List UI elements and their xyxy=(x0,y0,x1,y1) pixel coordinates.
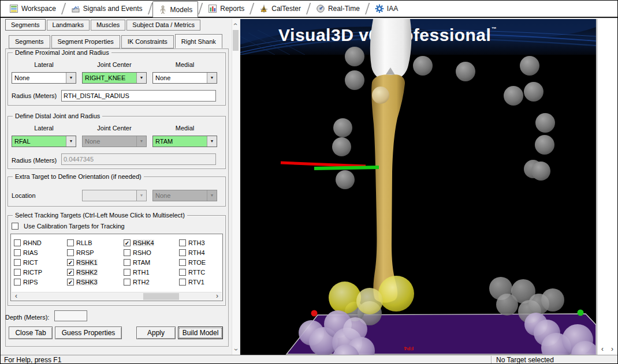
scrollbar-thumb[interactable] xyxy=(233,30,239,51)
proximal-medial-combo[interactable]: None ▼ xyxy=(152,72,217,84)
checkbox-icon[interactable] xyxy=(179,249,186,256)
target-checkbox-RSHK3[interactable]: ✓RSHK3 xyxy=(67,277,124,287)
build-model-button[interactable]: Build Model xyxy=(178,327,223,339)
target-checkbox-RTTC[interactable]: RTTC xyxy=(179,267,222,277)
chevron-down-icon[interactable]: ▼ xyxy=(136,73,146,83)
checkbox-icon[interactable] xyxy=(12,223,18,230)
checkbox-icon[interactable] xyxy=(124,259,131,266)
target-checkbox-RTH4[interactable]: RTH4 xyxy=(179,247,222,257)
checkbox-icon[interactable] xyxy=(179,269,186,276)
target-label: RRSP xyxy=(76,249,94,256)
target-checkbox-RTV1[interactable]: RTV1 xyxy=(179,277,222,287)
apply-button[interactable]: Apply xyxy=(136,327,176,339)
checkbox-icon[interactable] xyxy=(14,279,21,286)
depth-input[interactable] xyxy=(54,310,87,321)
checkbox-icon[interactable] xyxy=(14,239,21,246)
target-checkbox-RTH1[interactable]: RTH1 xyxy=(124,267,179,277)
checkbox-icon[interactable]: ✓ xyxy=(124,239,131,246)
bar-chart-icon xyxy=(208,4,217,13)
target-checkbox-RHND[interactable]: RHND xyxy=(14,238,67,247)
tab-landmarks[interactable]: Landmarks xyxy=(47,20,90,31)
toolbar-tab-realtime[interactable]: Real-Time xyxy=(311,2,365,16)
checkbox-icon[interactable] xyxy=(124,249,131,256)
scroll-right-icon[interactable]: › xyxy=(213,292,221,300)
toolbar-tab-label: Signals and Events xyxy=(83,5,143,13)
tab-ik-constraints[interactable]: IK Constraints xyxy=(121,35,174,48)
use-calibration-checkbox[interactable]: Use Calibration Targets for Tracking xyxy=(12,223,125,230)
scroll-right-icon[interactable]: › xyxy=(608,345,616,353)
target-checkbox-RSHK4[interactable]: ✓RSHK4 xyxy=(124,238,179,247)
checkbox-icon[interactable] xyxy=(179,279,186,286)
toolbar-tab-models[interactable]: Models xyxy=(152,1,199,17)
combo-value: RIGHT_KNEE xyxy=(85,74,125,81)
checkbox-icon[interactable] xyxy=(124,269,131,276)
checkbox-icon[interactable]: ✓ xyxy=(67,269,74,276)
group-legend: Define Proximal Joint and Radius xyxy=(13,49,111,56)
tab-segments-inner[interactable]: Segments xyxy=(9,35,50,48)
scroll-up-icon[interactable]: ‹ xyxy=(232,21,240,28)
tab-muscles[interactable]: Muscles xyxy=(91,20,125,31)
3d-viewport[interactable]: Visual3D v6 Professional™ FP4 xyxy=(240,19,596,355)
checkbox-icon[interactable] xyxy=(14,259,21,266)
tab-right-shank[interactable]: Right Shank xyxy=(175,34,222,48)
toolbar-tab-caltester[interactable]: CalTester xyxy=(254,2,306,16)
checkbox-icon[interactable] xyxy=(67,239,74,246)
checkbox-icon[interactable] xyxy=(67,249,74,256)
chevron-down-icon: ▼ xyxy=(207,190,217,201)
toolbar-tab-signals[interactable]: Signals and Events xyxy=(66,2,148,16)
model-builder-panel: Segments Landmarks Muscles Subject Data … xyxy=(1,19,240,355)
combo-value: None xyxy=(85,138,100,145)
target-checkbox-RICT[interactable]: RICT xyxy=(14,257,67,267)
chevron-down-icon[interactable]: ▼ xyxy=(66,73,76,83)
target-checkbox-RIPS[interactable]: RIPS xyxy=(14,277,67,287)
target-checkbox-RSHO[interactable]: RSHO xyxy=(124,247,179,257)
checkbox-icon[interactable]: ✓ xyxy=(67,259,74,266)
target-checkbox-RRSP[interactable]: RRSP xyxy=(67,247,124,257)
toolbar-separator xyxy=(250,3,254,14)
checkbox-icon[interactable] xyxy=(179,239,186,246)
target-checkbox-RSHK1[interactable]: ✓RSHK1 xyxy=(67,257,124,267)
target-checkbox-RLLB[interactable]: RLLB xyxy=(67,238,124,247)
checkbox-icon[interactable] xyxy=(14,269,21,276)
guess-properties-button[interactable]: Guess Properties xyxy=(55,327,122,339)
checkbox-icon[interactable] xyxy=(14,249,21,256)
scroll-down-icon[interactable]: ‹ xyxy=(232,346,240,353)
toolbar-tab-reports[interactable]: Reports xyxy=(203,2,250,16)
close-tab-button[interactable]: Close Tab xyxy=(9,327,53,339)
chevron-down-icon[interactable]: ▼ xyxy=(66,136,76,147)
axis-lines-layer xyxy=(240,19,596,355)
target-checkbox-RSHK2[interactable]: ✓RSHK2 xyxy=(67,267,124,277)
target-checkbox-RIAS[interactable]: RIAS xyxy=(14,247,67,257)
tab-segment-properties[interactable]: Segment Properties xyxy=(51,35,120,48)
scrollbar-thumb[interactable] xyxy=(143,293,179,300)
chevron-down-icon[interactable]: ▼ xyxy=(207,73,217,83)
target-checkbox-RTAM[interactable]: RTAM xyxy=(124,257,179,267)
chevron-down-icon[interactable]: ▼ xyxy=(207,136,217,147)
toolbar-tab-label: Reports xyxy=(220,5,244,13)
distal-joint-group: Define Distal Joint and Radius Lateral J… xyxy=(8,116,226,169)
checkbox-icon[interactable] xyxy=(179,259,186,266)
toolbar-tab-iaa[interactable]: IAA xyxy=(370,2,403,16)
scroll-left-icon[interactable]: ‹ xyxy=(598,345,606,353)
toolbar-tab-workspace[interactable]: Workspace xyxy=(4,2,61,16)
scroll-left-icon[interactable]: ‹ xyxy=(12,292,20,300)
tab-subject-data-metrics[interactable]: Subject Data / Metrics xyxy=(126,20,200,31)
distal-medial-combo[interactable]: RTAM ▼ xyxy=(152,136,217,147)
proximal-lateral-combo[interactable]: None ▼ xyxy=(12,72,76,84)
target-label: RTH4 xyxy=(188,249,205,256)
tab-segments[interactable]: Segments xyxy=(5,19,46,31)
target-checkbox-RTOE[interactable]: RTOE xyxy=(179,257,222,267)
proximal-radius-input[interactable] xyxy=(61,90,216,102)
checkbox-icon[interactable]: ✓ xyxy=(67,279,74,286)
panel-vertical-scrollbar[interactable]: ‹ ‹ xyxy=(232,19,239,355)
checkbox-icon[interactable] xyxy=(124,279,131,286)
target-checkbox-RTH2[interactable]: RTH2 xyxy=(124,277,179,287)
extra-location-combo: ▼ xyxy=(82,190,147,201)
tracking-target-listbox[interactable]: RHNDRIASRICTRICTPRIPSRLLBRRSP✓RSHK1✓RSHK… xyxy=(10,234,223,301)
proximal-joint-center-combo[interactable]: RIGHT_KNEE ▼ xyxy=(82,72,147,84)
target-checkbox-RTH3[interactable]: RTH3 xyxy=(179,238,222,247)
horizontal-scrollbar[interactable]: ‹ › xyxy=(12,292,222,300)
target-checkbox-RICTP[interactable]: RICTP xyxy=(14,267,67,277)
target-label: RSHK1 xyxy=(76,259,98,266)
distal-lateral-combo[interactable]: RFAL ▼ xyxy=(12,136,76,147)
